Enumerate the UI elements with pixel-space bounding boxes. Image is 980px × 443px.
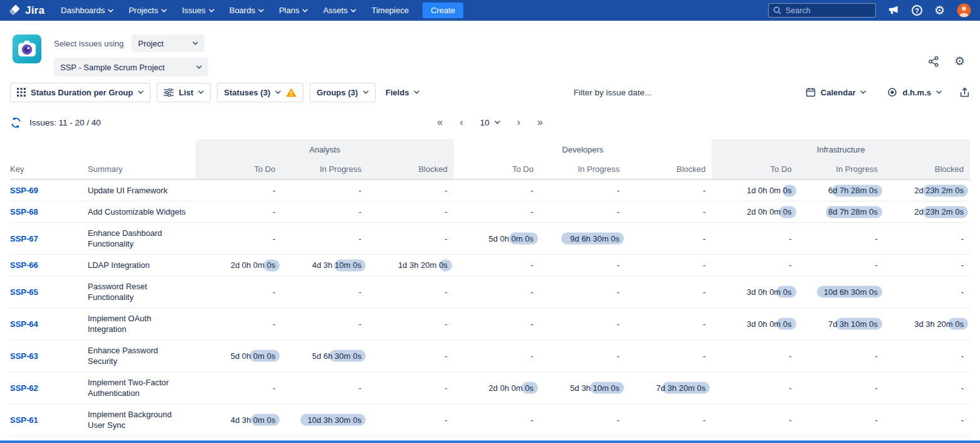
nav-item-issues[interactable]: Issues: [182, 6, 214, 15]
issue-key-link[interactable]: SSP-65: [10, 287, 38, 297]
search-input[interactable]: [768, 3, 876, 18]
duration-cell: 1d 3h 20m 0s: [367, 255, 453, 276]
header-actions: ⚙: [928, 55, 965, 67]
top-nav: Jira Dashboards Projects Issues Boards P…: [0, 0, 980, 21]
duration-cell: 2d 0h 0m 0s: [196, 255, 282, 276]
duration-cell: 2d 23h 2m 0s: [884, 201, 970, 223]
issue-key-link[interactable]: SSP-61: [10, 415, 38, 425]
duration-cell: -: [884, 276, 970, 308]
nav-item-plans[interactable]: Plans: [279, 6, 308, 15]
duration-cell: -: [282, 308, 367, 340]
chevron-down-icon: [198, 90, 204, 94]
calendar-select[interactable]: Calendar: [802, 83, 870, 102]
duration-cell: -: [367, 308, 453, 340]
avatar[interactable]: [957, 3, 971, 18]
chevron-down-icon: [275, 90, 281, 94]
duration-cell: 10d 3h 30m 0s: [282, 404, 367, 436]
issue-summary: Password Reset Functionality: [88, 276, 196, 308]
page-size-select[interactable]: 10: [480, 118, 500, 127]
format-target-icon: [887, 87, 897, 97]
duration-cell: 4d 3h 0m 0s: [196, 404, 282, 436]
column-header-row: Key Summary To Do In Progress Blocked To…: [10, 159, 970, 179]
duration-cell: -: [367, 201, 453, 223]
duration-cell: -: [884, 255, 970, 276]
issues-range-label: Issues: 11 - 20 / 40: [29, 118, 101, 127]
summary-column-header: Summary: [88, 159, 196, 179]
issue-key-link[interactable]: SSP-68: [10, 207, 38, 216]
duration-cell: -: [367, 340, 453, 372]
duration-cell: 6d 7h 28m 0s: [798, 179, 884, 201]
nav-item-boards[interactable]: Boards: [229, 6, 264, 15]
gear-icon[interactable]: ⚙: [934, 4, 945, 16]
duration-cell: -: [540, 255, 626, 276]
duration-cell: 2d 23h 2m 0s: [884, 179, 970, 201]
duration-cell: 3d 0h 0m 0s: [712, 276, 798, 308]
duration-cell: 9d 6h 30m 0s: [540, 223, 626, 255]
statuses-filter-button[interactable]: Statuses (3): [217, 83, 303, 102]
table-row: SSP-66LDAP Integration2d 0h 0m 0s4d 3h 1…: [10, 255, 970, 276]
duration-cell: -: [626, 201, 712, 223]
nav-item-dashboards[interactable]: Dashboards: [61, 6, 113, 15]
project-select[interactable]: SSP - Sample Scrum Project: [54, 58, 208, 77]
duration-cell: 8d 7h 28m 0s: [798, 201, 884, 223]
export-icon[interactable]: [959, 87, 970, 98]
issue-date-filter-input[interactable]: [429, 88, 795, 97]
duration-cell: -: [367, 276, 453, 308]
nav-item-timepiece[interactable]: Timepiece: [371, 6, 408, 15]
issue-key-link[interactable]: SSP-67: [10, 234, 38, 243]
issue-source-select[interactable]: Project: [132, 35, 204, 52]
issue-key-link[interactable]: SSP-64: [10, 319, 38, 329]
duration-cell: -: [540, 179, 626, 201]
chevron-down-icon: [302, 9, 308, 13]
prev-page-button[interactable]: ‹: [460, 117, 463, 127]
fields-button[interactable]: Fields: [382, 83, 424, 102]
issue-table-body: SSP-69Update UI Framework------1d 0h 0m …: [10, 179, 970, 443]
view-mode-select[interactable]: List: [157, 83, 211, 102]
duration-cell: -: [196, 223, 282, 255]
duration-cell: -: [282, 179, 367, 201]
duration-cell: -: [712, 340, 798, 372]
status-column-header: Blocked: [626, 159, 712, 179]
duration-cell: 2d 0h 0m 0s: [712, 201, 798, 223]
chevron-down-icon: [209, 9, 214, 13]
report-type-select[interactable]: Status Duration per Group: [10, 83, 150, 102]
create-button[interactable]: Create: [423, 3, 463, 18]
groups-filter-button[interactable]: Groups (3): [310, 83, 376, 102]
chevron-down-icon: [138, 90, 144, 94]
duration-cell: -: [454, 276, 540, 308]
first-page-button[interactable]: «: [437, 117, 443, 127]
duration-cell: -: [884, 223, 970, 255]
jira-logo-icon: [9, 4, 21, 17]
jira-logo[interactable]: Jira: [9, 4, 45, 17]
issue-key-link[interactable]: SSP-66: [10, 260, 38, 270]
nav-menu: Dashboards Projects Issues Boards Plans …: [61, 6, 409, 15]
announcement-icon[interactable]: [888, 5, 900, 16]
settings-gear-icon[interactable]: ⚙: [954, 55, 965, 67]
share-icon[interactable]: [928, 56, 939, 67]
help-icon[interactable]: ?: [912, 5, 922, 16]
duration-cell: -: [712, 255, 798, 276]
nav-item-assets[interactable]: Assets: [323, 6, 356, 15]
issue-key-link[interactable]: SSP-63: [10, 351, 38, 361]
duration-cell: -: [454, 255, 540, 276]
status-column-header: Blocked: [884, 159, 970, 179]
table-row: SSP-67Enhance Dashboard Functionality---…: [10, 223, 970, 255]
chevron-down-icon: [936, 90, 942, 94]
report-toolbar: Status Duration per Group List Statuses …: [0, 79, 980, 105]
issue-key-link[interactable]: SSP-69: [10, 186, 38, 195]
next-page-button[interactable]: ›: [517, 117, 520, 127]
nav-search: [768, 3, 876, 18]
refresh-icon[interactable]: [10, 117, 22, 129]
issue-key-link[interactable]: SSP-62: [10, 383, 38, 393]
duration-cell: 4d 3h 10m 0s: [282, 255, 367, 276]
chevron-down-icon: [350, 9, 356, 13]
duration-cell: -: [626, 255, 712, 276]
duration-cell: -: [626, 340, 712, 372]
issue-summary: Implement OAuth Integration: [88, 308, 196, 340]
duration-cell: -: [884, 340, 970, 372]
last-page-button[interactable]: »: [537, 117, 543, 127]
duration-format-select[interactable]: d.h.m.s: [883, 83, 946, 102]
duration-cell: -: [884, 404, 970, 436]
calendar-icon: [806, 87, 816, 97]
nav-item-projects[interactable]: Projects: [129, 6, 167, 15]
